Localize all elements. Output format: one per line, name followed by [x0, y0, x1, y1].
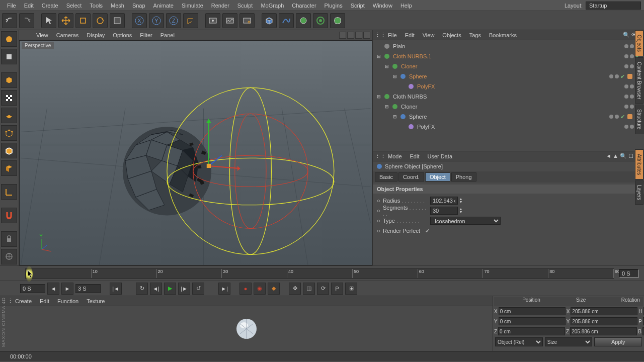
attr-segments-input[interactable]	[430, 207, 458, 215]
pos-Y-input[interactable]	[499, 317, 566, 325]
tree-toggle[interactable]: ⊟	[384, 104, 390, 110]
menu-edit[interactable]: Edit	[20, 3, 38, 9]
render-dot[interactable]	[630, 64, 634, 68]
render-settings[interactable]	[239, 13, 255, 28]
am-menu-userdata[interactable]: User Data	[425, 153, 456, 159]
planar-workplane[interactable]	[1, 249, 17, 264]
attr-tab-phong[interactable]: Phong	[451, 172, 476, 182]
move-tool[interactable]	[58, 13, 73, 28]
mm-menu-edit[interactable]: Edit	[37, 298, 52, 304]
visibility-dot[interactable]	[624, 44, 628, 48]
om-menu-objects[interactable]: Objects	[439, 32, 464, 38]
render-dot[interactable]	[615, 74, 619, 78]
range-start-input[interactable]	[20, 284, 45, 293]
add-cube[interactable]	[262, 13, 277, 28]
polygon-mode[interactable]	[1, 160, 17, 176]
scale-tool[interactable]	[75, 13, 91, 28]
attr-tab-coord[interactable]: Coord.	[398, 172, 424, 182]
visibility-dot[interactable]	[609, 115, 613, 119]
mm-menu-create[interactable]: Create	[12, 298, 35, 304]
menu-mesh[interactable]: Mesh	[107, 3, 128, 9]
om-menu-edit[interactable]: Edit	[402, 32, 418, 38]
menu-render[interactable]: Render	[207, 3, 233, 9]
tree-row[interactable]: ⊟ Sphere ✔	[374, 112, 643, 122]
vp-menu-panel[interactable]: Panel	[157, 32, 178, 38]
tree-row[interactable]: ⊟ Cloner ✔	[374, 102, 643, 112]
am-menu-mode[interactable]: Mode	[385, 153, 405, 159]
y-axis-lock[interactable]: Y	[149, 13, 164, 28]
om-search-icon[interactable]: 🔍	[623, 32, 630, 38]
record-button[interactable]: ●	[239, 283, 252, 295]
render-dot[interactable]	[630, 54, 634, 58]
vp-menu-options[interactable]: Options	[110, 32, 135, 38]
attr-tab-basic[interactable]: Basic	[375, 172, 397, 182]
timeline-end-input[interactable]	[619, 269, 639, 278]
mm-menu-texture[interactable]: Texture	[84, 298, 108, 304]
visibility-dot[interactable]	[624, 64, 628, 68]
spinner-icon[interactable]: ▴▾	[460, 208, 465, 214]
loop-button[interactable]: ↻	[136, 283, 148, 295]
visibility-dot[interactable]	[624, 54, 628, 58]
vp-rotate-icon[interactable]	[355, 32, 362, 39]
menu-create[interactable]: Create	[38, 3, 62, 9]
z-axis-lock[interactable]: Z	[166, 13, 181, 28]
perspective-viewport[interactable]: Perspective	[19, 40, 372, 265]
locked-workplane[interactable]	[1, 231, 17, 247]
key-rot[interactable]: ⟳	[317, 283, 329, 295]
goto-start[interactable]: |◄	[110, 283, 122, 295]
add-deformer[interactable]	[330, 13, 345, 28]
vp-maximize-icon[interactable]	[363, 32, 370, 39]
texture-mode[interactable]	[1, 90, 17, 106]
menu-character[interactable]: Character	[288, 3, 320, 9]
visibility-dot[interactable]	[609, 74, 613, 78]
range-end-input[interactable]	[75, 284, 101, 293]
add-spline[interactable]	[279, 13, 294, 28]
visibility-dot[interactable]	[624, 95, 628, 99]
size-Y-input[interactable]	[571, 317, 637, 325]
last-tool[interactable]	[110, 13, 125, 28]
vp-menu-view[interactable]: View	[33, 32, 51, 38]
autokey-button[interactable]: ◉	[254, 283, 266, 295]
range-right[interactable]: ►	[61, 283, 73, 295]
range-left[interactable]: ◄	[47, 283, 59, 295]
enable-check[interactable]: ✔	[620, 73, 625, 80]
side-tab-layers[interactable]: Layers	[635, 180, 643, 205]
menu-select[interactable]: Select	[62, 3, 86, 9]
vp-menu-filter[interactable]: Filter	[137, 32, 155, 38]
enable-check[interactable]: ✔	[620, 114, 625, 120]
tree-toggle[interactable]: ⊟	[376, 94, 382, 100]
tree-row[interactable]: PolyFX ✔	[374, 122, 643, 132]
next-frame[interactable]: |►	[178, 283, 190, 295]
visibility-dot[interactable]	[624, 125, 628, 129]
coord-space-select[interactable]: Object (Rel)	[495, 337, 543, 346]
snap-toggle[interactable]	[1, 208, 17, 223]
om-menu-view[interactable]: View	[420, 32, 438, 38]
layout-select[interactable]	[586, 2, 641, 10]
phong-tag[interactable]	[627, 74, 632, 79]
x-axis-lock[interactable]: X	[132, 13, 147, 28]
menu-file[interactable]: File	[3, 3, 20, 9]
size-X-input[interactable]	[571, 307, 637, 315]
model-mode[interactable]	[1, 31, 17, 47]
coord-size-select[interactable]: Size	[545, 337, 593, 346]
render-dot[interactable]	[630, 105, 634, 109]
vp-zoom-icon[interactable]	[347, 32, 354, 39]
vp-menu-display[interactable]: Display	[84, 32, 108, 38]
am-new-icon[interactable]: ☐	[628, 153, 633, 159]
tree-toggle[interactable]: ⊟	[384, 63, 390, 69]
attr-tab-object[interactable]: Object	[425, 172, 450, 182]
side-tab-content[interactable]: Content Browser	[635, 57, 643, 104]
visibility-dot[interactable]	[624, 105, 628, 109]
om-menu-file[interactable]: File	[385, 32, 400, 38]
render-dot[interactable]	[630, 44, 634, 48]
play-forward[interactable]: ↺	[192, 283, 204, 295]
pos-X-input[interactable]	[499, 307, 566, 315]
render-dot[interactable]	[630, 95, 634, 99]
keyframe-sel[interactable]: ◆	[268, 283, 280, 295]
tree-toggle[interactable]	[376, 43, 382, 49]
timeline[interactable]: 0102030405060708090	[0, 265, 644, 281]
tree-toggle[interactable]: ⊟	[392, 73, 398, 79]
size-Z-input[interactable]	[570, 327, 637, 335]
menu-snap[interactable]: Snap	[128, 3, 149, 9]
tree-row[interactable]: ⊟ Cloth NURBS ✔	[374, 92, 643, 102]
